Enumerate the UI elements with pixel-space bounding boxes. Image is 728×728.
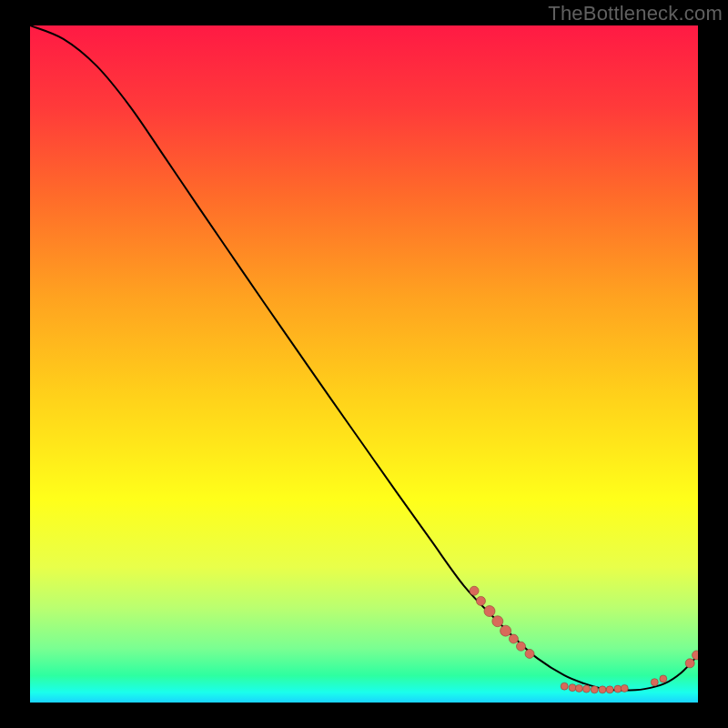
scatter-dot [621,684,628,692]
plot-overlay [30,25,698,703]
scatter-dot [561,682,568,690]
scatter-dot [582,685,590,693]
watermark-text: TheBottleneck.com [548,2,723,25]
scatter-dot [492,616,503,627]
plot-area [30,25,698,703]
scatter-dot [509,634,518,643]
scatter-dot [516,642,525,651]
chart-frame: TheBottleneck.com [0,0,728,728]
scatter-dot [575,684,582,692]
scatter-dot [470,586,479,595]
scatter-dot [693,651,698,660]
scatter-dot [500,625,511,636]
scatter-dot [591,686,598,693]
scatter-dot [569,684,576,692]
scatter-dot [599,686,606,693]
scatter-dot [606,686,613,693]
scatter-dot [651,679,658,686]
scatter-dots [470,586,698,693]
scatter-dot [685,659,694,668]
scatter-dot [476,596,485,605]
scatter-dot [525,649,534,658]
bottleneck-curve [30,25,698,691]
scatter-dot [660,675,667,682]
scatter-dot [484,606,495,617]
scatter-dot [614,685,622,693]
